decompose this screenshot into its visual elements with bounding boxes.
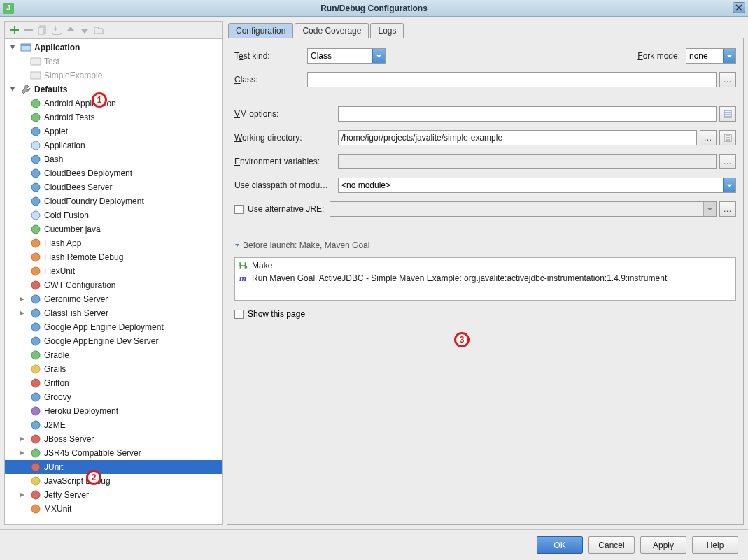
tree-leaf-griffon[interactable]: Griffon	[5, 376, 222, 390]
copy-config-button[interactable]	[37, 24, 48, 36]
tree-leaf-flexunit[interactable]: FlexUnit	[5, 264, 222, 278]
working-dir-input[interactable]: /home/igor/projects/javalite/simple-exam…	[338, 130, 697, 145]
svg-point-6	[31, 99, 40, 108]
tree-leaf-cb-server[interactable]: CloudBees Server	[5, 180, 222, 194]
config-type-icon	[30, 392, 41, 403]
tree-leaf-j2me[interactable]: J2ME	[5, 418, 222, 432]
save-config-button[interactable]	[51, 24, 62, 36]
tab-code-coverage[interactable]: Code Coverage	[295, 23, 369, 38]
tree-leaf-cf-deploy[interactable]: CloudFoundry Deployment	[5, 194, 222, 208]
tree-leaf-junit[interactable]: JUnit	[5, 460, 222, 474]
configurations-tree-panel: Application Test SimpleExample Defaults …	[4, 21, 223, 525]
tree-leaf-applet[interactable]: Applet	[5, 124, 222, 138]
config-type-icon	[30, 447, 41, 459]
browse-class-button[interactable]: …	[719, 72, 736, 87]
show-page-checkbox[interactable]: Show this page	[234, 309, 736, 319]
before-launch-list[interactable]: Make m Run Maven Goal 'ActiveJDBC - Simp…	[234, 257, 736, 301]
svg-point-14	[31, 211, 40, 220]
tree-leaf-gradle[interactable]: Gradle	[5, 348, 222, 362]
config-type-icon	[30, 503, 41, 515]
config-type-icon	[30, 405, 41, 417]
config-type-icon	[30, 140, 41, 151]
chevron-down-icon	[234, 243, 240, 248]
svg-point-25	[31, 365, 40, 373]
annotation-1: 1	[92, 92, 107, 108]
config-type-icon	[30, 126, 41, 137]
maven-icon: m	[238, 273, 248, 284]
ok-button[interactable]: OK	[537, 536, 583, 554]
svg-point-13	[31, 197, 40, 206]
expand-vm-button[interactable]	[719, 106, 736, 122]
tree-leaf-gwt[interactable]: GWT Configuration	[5, 278, 222, 292]
working-dir-label: Working directory:	[234, 133, 332, 143]
tree-leaf-flash-remote[interactable]: Flash Remote Debug	[5, 250, 222, 264]
tree-leaf-test[interactable]: Test	[5, 55, 222, 69]
chevron-down-icon	[723, 178, 735, 192]
tree-leaf-bash[interactable]: Bash	[5, 152, 222, 166]
remove-config-button[interactable]	[23, 24, 34, 36]
tree-leaf-gae-deploy[interactable]: Google App Engine Deployment	[5, 320, 222, 334]
tree-leaf-mxunit[interactable]: MXUnit	[5, 502, 222, 516]
tree-leaf-js-debug[interactable]: JavaScript Debug	[5, 474, 222, 488]
alt-jre-checkbox[interactable]: Use alternative JRE:	[234, 204, 324, 214]
tab-configuration[interactable]: Configuration	[228, 23, 293, 38]
env-vars-input[interactable]	[338, 154, 717, 169]
tree-leaf-grails[interactable]: Grails	[5, 362, 222, 376]
config-type-icon	[30, 224, 41, 235]
cancel-button[interactable]: Cancel	[588, 536, 635, 554]
tree-leaf-cucumber[interactable]: Cucumber java	[5, 222, 222, 236]
help-button[interactable]: Help	[692, 536, 738, 554]
config-type-icon	[30, 378, 41, 389]
class-input[interactable]	[307, 72, 717, 87]
vm-options-label: VM options:	[234, 109, 332, 119]
tree-toolbar	[5, 22, 222, 39]
tree-leaf-jetty[interactable]: Jetty Server	[5, 488, 222, 502]
tree-leaf-heroku[interactable]: Heroku Deployment	[5, 404, 222, 418]
svg-point-35	[31, 505, 40, 513]
list-item[interactable]: Make	[238, 259, 733, 272]
tree-leaf-simpleexample[interactable]: SimpleExample	[5, 69, 222, 82]
list-item[interactable]: m Run Maven Goal 'ActiveJDBC - Simple Ma…	[238, 272, 733, 285]
browse-jre-button[interactable]: …	[719, 201, 736, 217]
tree-leaf-groovy[interactable]: Groovy	[5, 390, 222, 404]
tree-leaf-jboss[interactable]: JBoss Server	[5, 432, 222, 446]
svg-point-30	[31, 435, 40, 443]
tree-node-defaults[interactable]: Defaults	[5, 82, 222, 96]
browse-dir-button[interactable]: …	[700, 130, 717, 145]
tree-leaf-cb-deploy[interactable]: CloudBees Deployment	[5, 166, 222, 180]
checkbox-icon	[234, 310, 244, 319]
move-up-button[interactable]	[65, 24, 76, 36]
classpath-module-label: Use classpath of modu…	[234, 180, 332, 190]
tree-leaf-android-app[interactable]: Android Application	[5, 96, 222, 110]
tree-leaf-gae-dev[interactable]: Google AppEngine Dev Server	[5, 334, 222, 348]
tab-logs[interactable]: Logs	[370, 23, 404, 38]
tree-leaf-application[interactable]: Application	[5, 138, 222, 152]
insert-path-var-button[interactable]	[719, 130, 736, 145]
add-config-button[interactable]	[9, 24, 20, 36]
fork-mode-select[interactable]: none	[686, 48, 736, 64]
tree-leaf-glassfish[interactable]: GlassFish Server	[5, 306, 222, 320]
tree-leaf-flash-app[interactable]: Flash App	[5, 236, 222, 250]
tree-leaf-android-tests[interactable]: Android Tests	[5, 110, 222, 124]
configurations-tree[interactable]: Application Test SimpleExample Defaults …	[5, 39, 222, 524]
alt-jre-select[interactable]	[330, 201, 717, 217]
folder-button[interactable]	[93, 24, 104, 36]
window-close-button[interactable]	[733, 2, 745, 13]
tree-leaf-coldfusion[interactable]: Cold Fusion	[5, 208, 222, 222]
move-down-button[interactable]	[79, 24, 90, 36]
edit-env-button[interactable]: …	[719, 154, 736, 169]
tree-node-application[interactable]: Application	[5, 41, 222, 55]
tree-leaf-geronimo[interactable]: Geronimo Server	[5, 292, 222, 306]
classpath-module-select[interactable]: <no module>	[338, 178, 736, 193]
svg-point-18	[31, 267, 40, 275]
test-kind-select[interactable]: Class	[307, 48, 386, 64]
dialog-buttons: OK Cancel Apply Help	[0, 529, 748, 560]
vm-options-input[interactable]	[338, 106, 717, 122]
config-tabs: Configuration Code Coverage Logs	[227, 21, 744, 38]
apply-button[interactable]: Apply	[640, 536, 686, 554]
before-launch-header[interactable]: Before launch: Make, Maven Goal	[234, 240, 736, 250]
tree-leaf-jsr45[interactable]: JSR45 Compatible Server	[5, 446, 222, 460]
svg-point-31	[31, 449, 40, 457]
config-type-icon	[30, 210, 41, 221]
fork-mode-label: Fork mode:	[637, 51, 680, 61]
